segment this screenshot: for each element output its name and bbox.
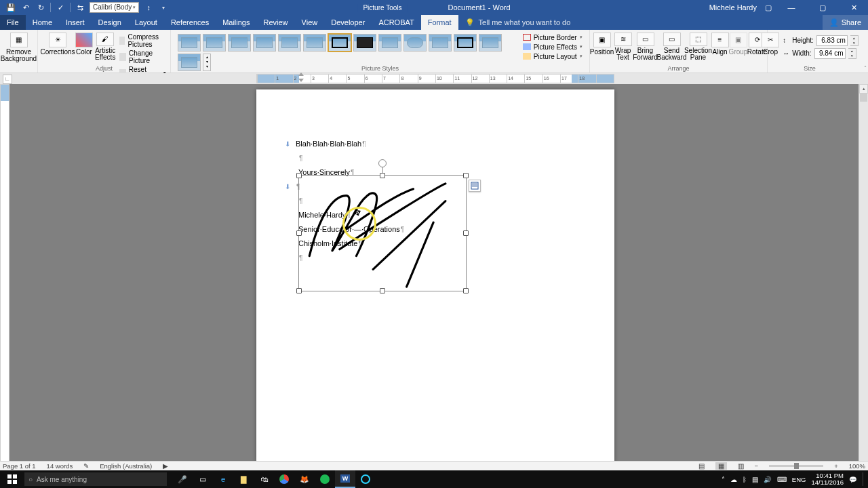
style-thumb[interactable] <box>454 34 477 52</box>
tab-developer[interactable]: Developer <box>324 15 372 30</box>
tab-insert[interactable]: Insert <box>59 15 92 30</box>
tab-layout[interactable]: Layout <box>128 15 164 30</box>
rotate-handle[interactable] <box>378 159 387 167</box>
style-thumb[interactable] <box>479 34 502 52</box>
send-backward-button[interactable]: ▭Send Backward <box>658 31 686 62</box>
width-spinner[interactable]: ▴▾ <box>848 48 856 59</box>
ribbon-collapse-icon[interactable]: ˄ <box>864 65 867 71</box>
print-layout-icon[interactable]: ▦ <box>715 462 727 470</box>
save-icon[interactable]: 💾 <box>5 2 16 13</box>
indent-marker[interactable] <box>298 73 304 81</box>
style-thumb[interactable] <box>278 34 301 52</box>
clock[interactable]: 10:41 PM 14/11/2016 <box>811 472 844 486</box>
selection-pane-button[interactable]: ⬚Selection Pane <box>686 31 711 62</box>
compress-pictures-button[interactable]: Compress Pictures <box>118 33 167 49</box>
bring-forward-button[interactable]: ▭Bring Forward <box>633 31 658 62</box>
resize-handle[interactable] <box>463 173 469 178</box>
network-icon[interactable]: ▤ <box>752 476 758 483</box>
ime-icon[interactable]: ⌨ <box>777 476 787 483</box>
chrome-icon[interactable] <box>274 470 294 488</box>
height-input[interactable] <box>816 35 848 46</box>
resize-handle[interactable] <box>463 288 469 293</box>
zoom-slider[interactable] <box>769 465 823 467</box>
web-layout-icon[interactable]: ▥ <box>738 462 744 470</box>
spotify-icon[interactable] <box>315 470 335 488</box>
align-button[interactable]: ≡Align <box>711 31 729 62</box>
resize-handle[interactable] <box>296 173 302 178</box>
picture-layout-button[interactable]: Picture Layout▾ <box>521 53 584 60</box>
tab-view[interactable]: View <box>295 15 325 30</box>
zoom-out-button[interactable]: − <box>755 462 759 470</box>
proofing-icon[interactable]: ✎ <box>83 462 89 470</box>
picture-effects-button[interactable]: Picture Effects▾ <box>521 43 584 51</box>
onedrive-icon[interactable]: ☁ <box>730 476 737 483</box>
tab-design[interactable]: Design <box>92 15 128 30</box>
style-thumb[interactable] <box>378 34 401 52</box>
wrap-text-button[interactable]: ≋Wrap Text <box>614 31 633 62</box>
position-button[interactable]: ▣Position <box>591 31 614 62</box>
style-thumb[interactable] <box>228 34 251 52</box>
tab-mailings[interactable]: Mailings <box>216 15 256 30</box>
sort-icon[interactable]: ↕ <box>143 2 154 13</box>
zoom-level[interactable]: 100% <box>849 462 865 470</box>
word-count[interactable]: 14 words <box>47 462 73 470</box>
style-thumb[interactable] <box>178 34 201 52</box>
edge-icon[interactable]: e <box>213 470 233 488</box>
minimize-button[interactable]: — <box>780 0 803 15</box>
tray-expand-icon[interactable]: ˄ <box>722 476 725 483</box>
horizontal-ruler[interactable]: 123456789101112131415161718 <box>256 74 614 83</box>
crop-button[interactable]: ✂Crop <box>761 31 780 62</box>
bluetooth-icon[interactable]: ᛒ <box>743 476 747 483</box>
word-icon[interactable]: W <box>335 470 355 488</box>
qat-more-icon[interactable]: ▾ <box>158 2 169 13</box>
firefox-icon[interactable]: 🦊 <box>294 470 315 488</box>
start-button[interactable] <box>0 470 24 488</box>
vertical-scrollbar[interactable]: ▴ ▾ <box>859 84 868 470</box>
artistic-effects-button[interactable]: 🖌 Artistic Effects <box>94 31 117 62</box>
user-name[interactable]: Michele Hardy <box>709 3 757 12</box>
taskbar-search[interactable]: ○ Ask me anything <box>24 472 167 486</box>
width-input[interactable] <box>814 48 846 59</box>
resize-handle[interactable] <box>380 173 385 178</box>
tab-format[interactable]: Format <box>421 15 458 30</box>
selected-picture[interactable]: ✥ <box>298 175 467 291</box>
picture-border-button[interactable]: Picture Border▾ <box>521 34 584 41</box>
maximize-button[interactable]: ▢ <box>811 0 834 15</box>
notifications-icon[interactable]: 💬 <box>849 476 857 483</box>
page-status[interactable]: Page 1 of 1 <box>3 462 36 470</box>
resize-handle[interactable] <box>463 230 469 236</box>
language-status[interactable]: English (Australia) <box>100 462 152 470</box>
font-selector[interactable]: Calibri (Body▾ <box>90 2 139 13</box>
tab-review[interactable]: Review <box>257 15 295 30</box>
layout-options-button[interactable] <box>469 180 481 192</box>
style-thumb[interactable] <box>403 34 427 52</box>
vertical-ruler[interactable] <box>0 84 9 470</box>
store-icon[interactable]: 🛍 <box>254 470 274 488</box>
corrections-button[interactable]: ☀ Corrections <box>41 31 75 62</box>
spelling-icon[interactable]: ✓ <box>55 2 66 13</box>
color-button[interactable]: Color <box>75 31 94 62</box>
macro-icon[interactable]: ▶ <box>163 462 168 470</box>
tab-acrobat[interactable]: ACROBAT <box>372 15 420 30</box>
style-thumb[interactable] <box>303 34 326 52</box>
language-indicator[interactable]: ENG <box>792 476 806 483</box>
redo-icon[interactable]: ↻ <box>35 2 46 13</box>
tell-me-search[interactable]: 💡 Tell me what you want to do <box>458 15 571 30</box>
tree-icon[interactable]: ⇆ <box>75 2 85 13</box>
resize-handle[interactable] <box>380 288 385 293</box>
tab-selector[interactable]: ∟ <box>3 75 12 84</box>
style-thumb[interactable] <box>253 34 276 52</box>
zoom-in-button[interactable]: + <box>834 462 838 470</box>
style-thumb[interactable] <box>353 34 376 52</box>
resize-handle[interactable] <box>296 288 302 293</box>
change-picture-button[interactable]: Change Picture <box>118 49 167 65</box>
share-button[interactable]: 👤 Share <box>823 15 868 30</box>
tab-file[interactable]: File <box>0 15 26 30</box>
volume-icon[interactable]: 🔊 <box>764 476 772 483</box>
task-view-icon[interactable]: ▭ <box>193 470 213 488</box>
scroll-up-button[interactable]: ▴ <box>859 84 868 94</box>
tab-home[interactable]: Home <box>26 15 59 30</box>
tab-references[interactable]: References <box>164 15 216 30</box>
style-thumb[interactable] <box>429 34 452 52</box>
undo-icon[interactable]: ↶ <box>20 2 31 13</box>
